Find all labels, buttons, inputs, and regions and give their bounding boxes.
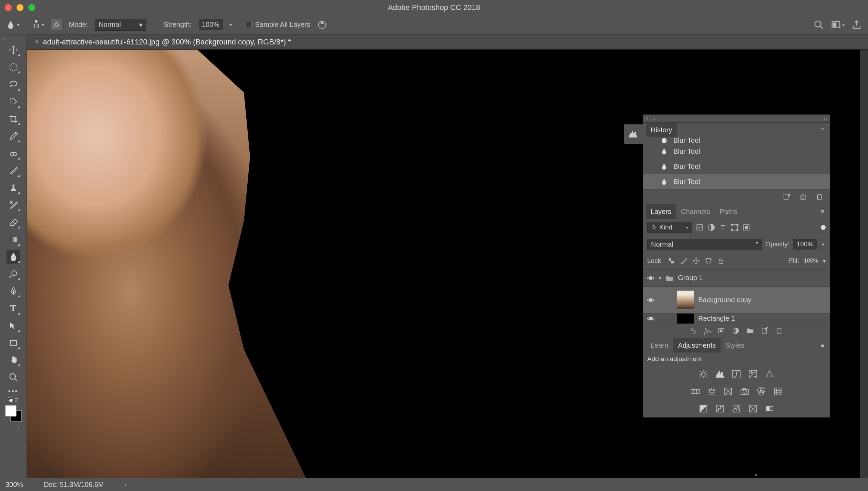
filter-shape-icon[interactable] [731,223,739,232]
filter-type-icon[interactable]: T [719,223,727,232]
default-colors-icon[interactable] [8,397,13,402]
photo-filter-icon[interactable] [740,387,750,396]
status-flyout-icon[interactable]: › [125,481,127,488]
color-lookup-icon[interactable] [773,387,783,396]
move-tool[interactable] [7,43,20,57]
layers-tab[interactable]: Layers [646,204,676,219]
trash-icon[interactable] [815,193,824,201]
panel-menu-icon[interactable]: ≡ [818,126,827,134]
collapse-panel-icon[interactable]: ‹‹ [824,116,827,121]
zoom-level[interactable]: 300% [6,481,23,489]
link-layers-icon[interactable] [690,327,698,335]
history-item[interactable]: Blur Tool [643,137,830,144]
close-panel-icon[interactable]: × [646,116,649,121]
paths-tab[interactable]: Paths [715,204,742,219]
pen-tool[interactable] [7,284,20,298]
opacity-input[interactable]: 100% [793,239,817,249]
close-timeline-icon[interactable]: × [754,471,758,479]
edit-toolbar-button[interactable]: ••• [0,386,27,397]
history-brush-tool[interactable] [7,198,20,212]
posterize-icon[interactable] [715,404,725,413]
canvas-viewport[interactable]: × ›› ‹‹ History ≡ Blur Tool [27,50,868,478]
history-item[interactable]: Blur Tool [643,159,830,174]
foreground-background-colors[interactable] [5,405,22,422]
color-balance-icon[interactable] [707,387,716,396]
tool-preset-picker[interactable]: ▾ [6,20,19,29]
snapshot-icon[interactable] [799,193,807,201]
new-group-icon[interactable] [746,327,754,335]
brightness-contrast-icon[interactable] [699,369,708,379]
visibility-icon[interactable] [647,315,655,323]
lock-position-icon[interactable] [692,257,700,265]
clone-stamp-tool[interactable] [7,181,20,195]
expand-panel-icon[interactable]: ›› [652,116,655,121]
eyedropper-tool[interactable] [7,129,20,143]
channels-tab[interactable]: Channels [676,204,715,219]
lasso-tool[interactable] [7,78,20,91]
layer-style-icon[interactable]: fx▾ [704,327,711,335]
vertical-scrollbar[interactable] [860,50,868,478]
lock-image-icon[interactable] [680,257,688,265]
add-mask-icon[interactable] [717,327,725,335]
filter-adjustment-icon[interactable] [707,223,715,232]
maximize-window-button[interactable] [28,4,35,11]
type-tool[interactable]: T [7,301,20,315]
visibility-icon[interactable] [647,296,655,304]
filter-toggle[interactable] [821,225,826,230]
black-white-icon[interactable] [723,387,733,396]
search-icon[interactable] [814,20,824,30]
history-item[interactable]: Blur Tool [643,174,830,190]
hue-saturation-icon[interactable] [690,387,700,396]
layer-thumbnail[interactable] [677,314,694,324]
layer-row[interactable]: Background copy [643,287,830,314]
zoom-tool[interactable] [7,370,20,384]
swap-colors-icon[interactable] [14,397,19,402]
histogram-panel-icon[interactable] [624,124,643,144]
brush-preset-picker[interactable]: 14 ▾ [33,20,44,30]
path-selection-tool[interactable] [7,319,20,333]
crop-tool[interactable] [7,112,20,126]
blend-mode-select[interactable]: Normal ▾ [647,239,762,250]
adjustment-layer-icon[interactable] [732,327,740,335]
filter-smart-icon[interactable] [742,223,751,232]
close-window-button[interactable] [5,4,12,11]
learn-tab[interactable]: Learn [646,338,673,352]
share-icon[interactable] [851,20,862,30]
panel-menu-icon[interactable]: ≡ [818,208,827,215]
layer-thumbnail[interactable] [677,290,694,310]
channel-mixer-icon[interactable] [756,387,766,396]
screen-mode-button[interactable]: ▾ [831,20,845,30]
sample-all-layers-checkbox[interactable]: Sample All Layers [246,21,310,29]
adjustments-tab[interactable]: Adjustments [673,338,721,352]
brush-tool[interactable] [7,164,20,177]
curves-icon[interactable] [732,369,741,379]
filter-kind-select[interactable]: Kind ▾ [647,222,692,233]
panel-menu-icon[interactable]: ≡ [818,342,827,349]
doc-size-info[interactable]: Doc: 51.3M/106.6M [44,481,104,489]
toolbar-expand-icon[interactable]: ›› [0,37,27,41]
mode-select[interactable]: Normal ▾ [95,19,146,31]
levels-icon[interactable] [715,369,725,379]
lock-artboard-icon[interactable] [705,257,712,265]
history-tab[interactable]: History [646,123,677,137]
layer-row[interactable]: Rectangle 1 [643,314,830,324]
fill-input[interactable]: 100% [804,258,818,264]
foreground-color-swatch[interactable] [5,405,17,417]
gradient-tool[interactable] [7,233,20,246]
visibility-icon[interactable] [647,274,655,282]
strength-input[interactable]: 100% [199,19,223,30]
trash-icon[interactable] [775,327,783,335]
new-layer-icon[interactable] [761,327,769,335]
quick-mask-button[interactable] [8,427,19,435]
styles-tab[interactable]: Styles [721,338,749,352]
vibrance-icon[interactable] [765,369,774,379]
healing-tool[interactable] [7,146,20,160]
blur-tool[interactable] [7,250,20,264]
exposure-icon[interactable] [748,369,758,379]
close-tab-button[interactable]: × [35,38,39,45]
pressure-size-icon[interactable] [317,20,327,30]
caret-down-icon[interactable]: ▾ [820,242,826,247]
threshold-icon[interactable] [732,404,741,413]
lock-all-icon[interactable] [717,257,725,265]
expand-group-icon[interactable]: ▾ [659,275,661,281]
